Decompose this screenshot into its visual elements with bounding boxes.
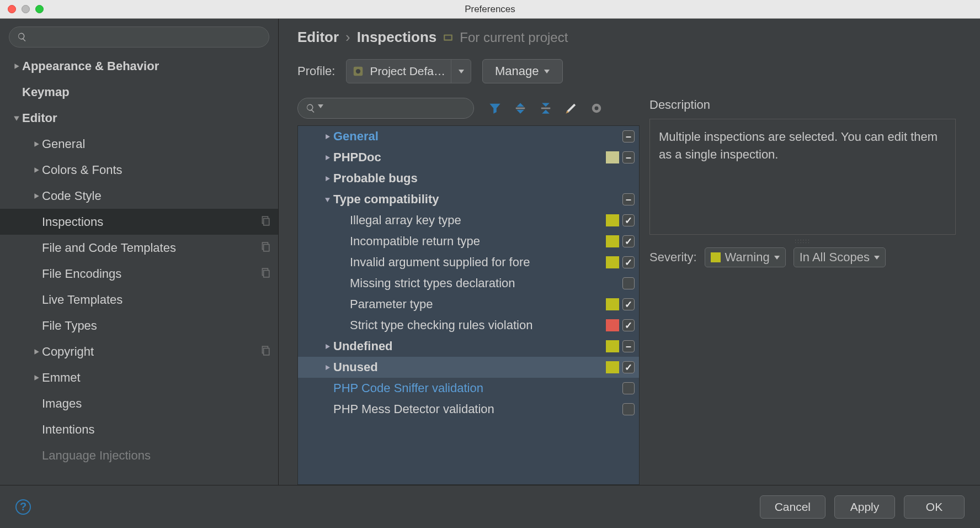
inspection-checkbox[interactable] (622, 256, 635, 268)
severity-swatch (606, 319, 619, 331)
sidebar-item-colors-fonts[interactable]: Colors & Fonts (0, 157, 278, 183)
tree-row[interactable]: Incompatible return type (298, 231, 639, 252)
breadcrumb-sep: › (345, 29, 350, 46)
inspection-checkbox[interactable] (622, 214, 635, 226)
tree-row-label: Illegal array key type (350, 213, 606, 228)
inspection-checkbox[interactable] (622, 277, 635, 289)
profile-combo[interactable]: Project Defa… (346, 59, 471, 83)
scope-combo[interactable]: In All Scopes (793, 247, 886, 267)
severity-combo[interactable]: Warning (705, 247, 786, 267)
sidebar-item-label: Emmet (42, 371, 81, 385)
breadcrumb-editor[interactable]: Editor (297, 29, 339, 46)
tree-row[interactable]: General (298, 126, 639, 147)
inspections-search[interactable] (297, 98, 474, 119)
inspection-checkbox[interactable] (622, 298, 635, 310)
sidebar-item-appearance-behavior[interactable]: Appearance & Behavior (0, 53, 278, 79)
chevron-right-icon (31, 167, 42, 173)
tree-row-label: Probable bugs (333, 171, 635, 186)
inspection-checkbox[interactable] (622, 403, 635, 415)
svg-marker-2 (34, 141, 39, 147)
profile-label: Profile: (297, 64, 335, 78)
severity-swatch (606, 151, 619, 163)
tree-row[interactable]: Undefined (298, 336, 639, 357)
chevron-right-icon (321, 344, 333, 350)
sidebar-item-keymap[interactable]: Keymap (0, 79, 278, 105)
svg-marker-0 (14, 64, 19, 69)
tree-row[interactable]: Type compatibility (298, 189, 639, 210)
tree-row[interactable]: Probable bugs (298, 168, 639, 189)
svg-marker-30 (326, 344, 330, 349)
inspection-checkbox[interactable] (622, 130, 635, 142)
cancel-button[interactable]: Cancel (760, 495, 825, 519)
sidebar-search[interactable] (9, 27, 269, 47)
chevron-down-icon (458, 68, 465, 75)
expand-all-icon[interactable] (514, 102, 527, 115)
sidebar-item-copyright[interactable]: Copyright (0, 339, 278, 365)
filter-icon[interactable] (488, 102, 502, 115)
tree-row[interactable]: Parameter type (298, 294, 639, 315)
inspection-checkbox[interactable] (622, 151, 635, 163)
sidebar-item-emmet[interactable]: Emmet (0, 365, 278, 390)
svg-rect-10 (264, 270, 269, 277)
inspection-checkbox[interactable] (622, 340, 635, 352)
inspection-checkbox[interactable] (622, 382, 635, 394)
profile-dropdown-button[interactable] (451, 60, 471, 83)
tree-row[interactable]: Illegal array key type (298, 210, 639, 231)
apply-button[interactable]: Apply (834, 495, 895, 519)
svg-marker-19 (459, 70, 464, 73)
project-scope-label: For current project (460, 30, 568, 45)
svg-rect-22 (516, 108, 525, 109)
tree-row[interactable]: Missing strict types declaration (298, 273, 639, 294)
inspections-toolbar (297, 98, 640, 119)
sidebar-item-code-style[interactable]: Code Style (0, 183, 278, 209)
sidebar-search-input[interactable] (31, 31, 261, 43)
svg-point-25 (595, 107, 599, 110)
tree-row[interactable]: PHP Code Sniffer validation (298, 378, 639, 399)
sidebar-item-label: Language Injections (42, 448, 151, 463)
severity-swatch (606, 235, 619, 247)
tree-row[interactable]: Invalid argument supplied for fore (298, 252, 639, 273)
sidebar-item-file-encodings[interactable]: File Encodings (0, 261, 278, 287)
sidebar-item-editor[interactable]: Editor (0, 105, 278, 131)
gear-icon[interactable] (590, 102, 603, 115)
wrench-icon (352, 65, 364, 77)
svg-marker-4 (34, 193, 39, 199)
svg-marker-20 (544, 70, 550, 73)
collapse-all-icon[interactable] (539, 102, 552, 115)
tree-row[interactable]: PHP Mess Detector validation (298, 399, 639, 420)
sidebar-item-inspections[interactable]: Inspections (0, 209, 278, 235)
help-button[interactable]: ? (15, 499, 31, 515)
resize-grip[interactable]: :::::: (649, 238, 956, 244)
sidebar-item-label: Keymap (22, 85, 70, 99)
svg-rect-23 (541, 108, 551, 109)
sidebar-item-file-and-code-templates[interactable]: File and Code Templates (0, 235, 278, 261)
sidebar-item-language-injections[interactable]: Language Injections (0, 442, 278, 468)
sidebar-item-live-templates[interactable]: Live Templates (0, 287, 278, 313)
sidebar-item-images[interactable]: Images (0, 390, 278, 416)
tree-row-label: PHP Code Sniffer validation (333, 381, 622, 395)
chevron-right-icon (31, 141, 42, 147)
tree-row[interactable]: PHPDoc (298, 147, 639, 168)
inspection-checkbox[interactable] (622, 193, 635, 205)
tree-row-label: Missing strict types declaration (350, 276, 622, 291)
inspection-checkbox[interactable] (622, 361, 635, 373)
tree-row[interactable]: Unused (298, 357, 639, 378)
inspection-checkbox[interactable] (622, 235, 635, 247)
manage-button[interactable]: Manage (482, 59, 563, 83)
sidebar-item-file-types[interactable]: File Types (0, 313, 278, 339)
copy-icon (260, 215, 270, 229)
severity-value: Warning (725, 250, 770, 265)
sidebar-item-label: File and Code Templates (42, 241, 176, 255)
ok-button[interactable]: OK (904, 495, 965, 519)
inspections-tree[interactable]: GeneralPHPDocProbable bugsType compatibi… (297, 125, 640, 485)
inspection-checkbox[interactable] (622, 319, 635, 331)
sidebar-item-intentions[interactable]: Intentions (0, 416, 278, 442)
reset-icon[interactable] (564, 102, 578, 115)
sidebar-item-general[interactable]: General (0, 131, 278, 157)
tree-row[interactable]: Strict type checking rules violation (298, 315, 639, 336)
chevron-right-icon (321, 134, 333, 140)
svg-marker-21 (318, 104, 323, 108)
chevron-right-icon (321, 176, 333, 182)
profile-value: Project Defa… (364, 65, 451, 78)
severity-swatch (606, 256, 619, 268)
